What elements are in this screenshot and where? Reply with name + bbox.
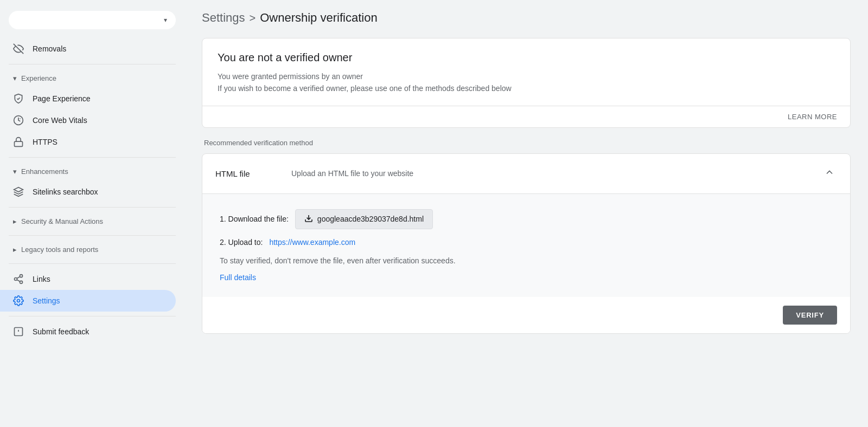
property-dropdown[interactable]: ▾ [9, 11, 176, 29]
sidebar-item-page-experience[interactable]: Page Experience [0, 88, 176, 109]
sidebar-item-settings[interactable]: Settings [0, 290, 176, 312]
sidebar-item-core-web-vitals[interactable]: Core Web Vitals [0, 109, 176, 131]
sidebar-item-links-label: Links [33, 275, 50, 283]
download-filename: googleaacde3b29037de8d.html [317, 215, 424, 223]
download-button[interactable]: googleaacde3b29037de8d.html [295, 209, 433, 229]
method-description: Upload an HTML file to your website [291, 169, 822, 178]
sidebar-item-sitelinks-searchbox[interactable]: Sitelinks searchbox [0, 181, 176, 203]
divider [9, 263, 176, 264]
svg-rect-2 [15, 141, 23, 146]
step-1: 1. Download the file: googleaacde3b29037… [220, 209, 833, 229]
divider [9, 207, 176, 208]
warning-footer: LEARN MORE [202, 106, 850, 127]
divider [9, 235, 176, 236]
sidebar-item-page-experience-label: Page Experience [33, 94, 91, 103]
svg-line-8 [17, 276, 20, 278]
flag-icon [13, 326, 24, 337]
divider [9, 157, 176, 158]
section-enhancements-label: Enhancements [21, 167, 68, 176]
collapse-icon: ▾ [13, 167, 17, 176]
upload-url-link[interactable]: https://www.example.com [269, 238, 355, 247]
step-2: 2. Upload to: https://www.example.com [220, 238, 833, 247]
sidebar-item-links[interactable]: Links [0, 268, 176, 290]
sidebar-item-removals-label: Removals [33, 44, 66, 53]
gauge-icon [13, 115, 24, 126]
divider [9, 64, 176, 64]
expand-icon: ▸ [13, 217, 17, 225]
warning-description: You were granted permissions by an owner… [218, 70, 835, 95]
sidebar-item-core-web-vitals-label: Core Web Vitals [33, 116, 87, 125]
section-legacy-label: Legacy tools and reports [21, 245, 98, 254]
warning-title: You are not a verified owner [218, 51, 835, 64]
network-icon [13, 274, 24, 284]
sidebar-item-removals[interactable]: Removals [0, 38, 176, 60]
expand-icon: ▸ [13, 245, 17, 254]
verify-button[interactable]: VERIFY [783, 306, 837, 325]
lock-icon [13, 137, 24, 147]
svg-line-7 [17, 280, 20, 281]
section-experience-label: Experience [21, 74, 56, 82]
sidebar-section-security[interactable]: ▸ Security & Manual Actions [0, 212, 184, 231]
breadcrumb: Settings > Ownership verification [202, 11, 851, 25]
recommended-label: Recommended verification method [202, 139, 851, 147]
sidebar: ▾ Removals ▾ Experience Page Experience [0, 0, 184, 427]
svg-point-6 [20, 281, 23, 283]
svg-point-4 [20, 275, 23, 277]
gear-icon [13, 295, 24, 306]
warning-line2: If you wish to become a verified owner, … [218, 84, 512, 93]
divider [9, 316, 176, 316]
warning-card-body: You are not a verified owner You were gr… [202, 38, 850, 106]
breadcrumb-parent[interactable]: Settings [202, 11, 245, 25]
step1-label: 1. Download the file: [220, 215, 289, 223]
warning-line1: You were granted permissions by an owner [218, 72, 363, 81]
sidebar-section-experience[interactable]: ▾ Experience [0, 69, 184, 88]
sidebar-item-sitelinks-label: Sitelinks searchbox [33, 187, 98, 196]
sidebar-item-settings-label: Settings [33, 296, 60, 305]
download-icon [304, 214, 313, 224]
learn-more-button[interactable]: LEARN MORE [788, 113, 837, 121]
sidebar-section-enhancements[interactable]: ▾ Enhancements [0, 162, 184, 181]
method-toggle-button[interactable] [822, 165, 837, 183]
collapse-icon: ▾ [13, 74, 17, 82]
svg-point-5 [15, 278, 17, 281]
stay-verified-text: To stay verified, don't remove the file,… [220, 255, 833, 267]
breadcrumb-current: Ownership verification [260, 11, 377, 25]
svg-marker-3 [14, 187, 23, 192]
breadcrumb-separator: > [250, 12, 256, 24]
sidebar-item-https[interactable]: HTTPS [0, 131, 176, 153]
method-body: 1. Download the file: googleaacde3b29037… [202, 193, 850, 297]
warning-card: You are not a verified owner You were gr… [202, 38, 851, 128]
shield-check-icon [13, 93, 24, 104]
section-security-label: Security & Manual Actions [21, 217, 103, 225]
method-header: HTML file Upload an HTML file to your we… [202, 154, 850, 193]
sidebar-item-submit-feedback-label: Submit feedback [33, 327, 89, 336]
sidebar-section-legacy[interactable]: ▸ Legacy tools and reports [0, 240, 184, 259]
svg-point-9 [17, 300, 20, 302]
step2-label: 2. Upload to: [220, 238, 263, 247]
eye-off-icon [13, 43, 24, 54]
chevron-down-icon: ▾ [164, 16, 167, 24]
sidebar-item-https-label: HTTPS [33, 138, 58, 146]
sidebar-item-submit-feedback[interactable]: Submit feedback [0, 321, 176, 342]
method-title: HTML file [215, 169, 291, 178]
method-card: HTML file Upload an HTML file to your we… [202, 153, 851, 334]
main-content: Settings > Ownership verification You ar… [184, 0, 868, 427]
layers-icon [13, 186, 24, 197]
method-footer: VERIFY [202, 297, 850, 333]
full-details-link[interactable]: Full details [220, 273, 256, 282]
